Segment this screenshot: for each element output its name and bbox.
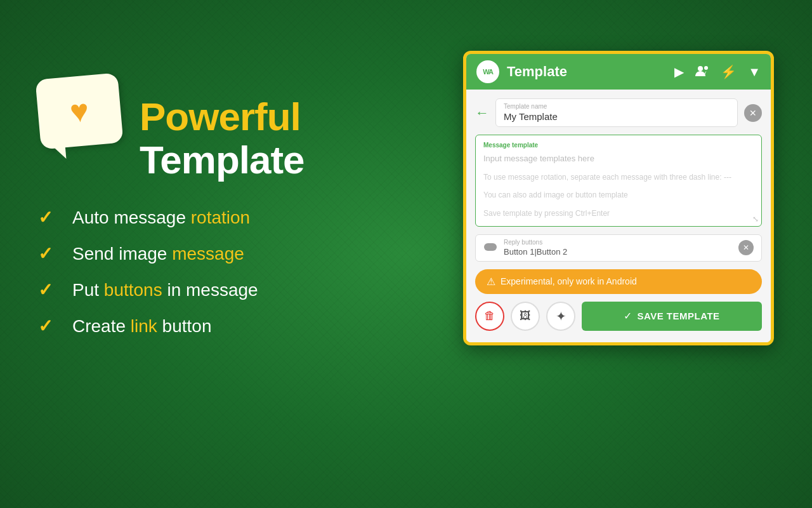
svg-point-1 — [704, 66, 708, 70]
heart-icon: ♥ — [69, 92, 91, 130]
title-block: Powerful Template — [140, 95, 304, 182]
template-name-label: Template name — [504, 103, 730, 110]
phone-mockup: WA Template ▶ ⚡ ▼ ← — [463, 51, 774, 345]
app-logo: WA — [476, 60, 499, 83]
hint-text-3: Save template by pressing Ctrl+Enter — [483, 207, 754, 220]
emoji-icon: ✦ — [556, 309, 566, 324]
header-icons: ▶ ⚡ ▼ — [674, 64, 761, 79]
feature-text-3: Put buttons in message — [72, 280, 258, 300]
reply-buttons-row: Reply buttons Button 1|Button 2 ✕ — [475, 234, 762, 262]
check-icon-1: ✓ — [38, 207, 61, 228]
svg-point-0 — [698, 66, 703, 71]
reply-buttons-value: Button 1|Button 2 — [504, 247, 567, 257]
resize-handle: ⤡ — [752, 215, 759, 224]
svg-rect-4 — [487, 245, 488, 248]
check-icon-4: ✓ — [38, 316, 61, 337]
reply-buttons-label: Reply buttons — [504, 239, 732, 246]
send-icon[interactable]: ▶ — [674, 64, 684, 79]
delete-button[interactable]: 🗑 — [475, 302, 504, 331]
check-icon-2: ✓ — [38, 243, 61, 264]
left-panel: ♥ Powerful Template ✓ Auto message rotat… — [38, 76, 406, 337]
app-header: WA Template ▶ ⚡ ▼ — [466, 54, 771, 90]
feature-text-2: Send image message — [72, 244, 244, 264]
feature-item-image: ✓ Send image message — [38, 243, 406, 264]
logo-text: WA — [483, 68, 493, 76]
warning-icon: ⚠ — [487, 276, 495, 288]
message-template-placeholder: Input message templates here To use mess… — [483, 152, 754, 220]
app-title: Template — [507, 64, 667, 80]
features-list: ✓ Auto message rotation ✓ Send image mes… — [38, 207, 406, 337]
check-icon-3: ✓ — [38, 279, 61, 300]
app-body: ← Template name My Template ✕ Message te… — [466, 90, 771, 342]
message-template-label: Message template — [483, 142, 754, 149]
hint-text-1: To use message rotation, separate each m… — [483, 171, 754, 184]
hint-text-2: You can also add image or button templat… — [483, 189, 754, 201]
gamepad-icon — [483, 241, 497, 255]
feature-text-4: Create link button — [72, 316, 211, 337]
feature-item-rotation: ✓ Auto message rotation — [38, 207, 406, 228]
delete-icon: 🗑 — [484, 309, 495, 323]
experimental-banner[interactable]: ⚠ Experimental, only work in Android — [475, 269, 762, 294]
dropdown-icon[interactable]: ▼ — [748, 65, 761, 79]
template-name-value: My Template — [504, 111, 558, 122]
template-name-row: ← Template name My Template ✕ — [475, 98, 762, 127]
save-template-label: SAVE TEMPLATE — [637, 311, 719, 321]
save-template-button[interactable]: ✓ SAVE TEMPLATE — [582, 302, 762, 331]
title-powerful: Powerful — [140, 95, 304, 138]
title-template-text: Template — [140, 138, 304, 182]
message-template-box[interactable]: Message template Input message templates… — [475, 135, 762, 227]
reply-buttons-clear-button[interactable]: ✕ — [738, 240, 754, 255]
image-button[interactable]: 🖼 — [511, 302, 540, 331]
svg-point-6 — [494, 246, 495, 248]
contacts-icon[interactable] — [695, 65, 709, 79]
bottom-actions: 🗑 🖼 ✦ ✓ SAVE TEMPLATE — [475, 302, 762, 333]
back-button[interactable]: ← — [475, 105, 489, 121]
feature-item-buttons: ✓ Put buttons in message — [38, 279, 406, 300]
template-name-input[interactable]: Template name My Template — [495, 98, 738, 127]
svg-point-5 — [492, 245, 494, 246]
emoji-button[interactable]: ✦ — [546, 302, 575, 331]
image-icon: 🖼 — [520, 309, 531, 323]
save-check-icon: ✓ — [624, 310, 632, 322]
template-name-clear-button[interactable]: ✕ — [744, 104, 762, 122]
reply-buttons-content: Reply buttons Button 1|Button 2 — [504, 239, 732, 257]
feature-item-link: ✓ Create link button — [38, 316, 406, 337]
flash-icon[interactable]: ⚡ — [721, 64, 737, 79]
chat-bubble: ♥ — [35, 73, 123, 150]
experimental-text: Experimental, only work in Android — [501, 276, 637, 286]
feature-text-1: Auto message rotation — [72, 208, 250, 228]
